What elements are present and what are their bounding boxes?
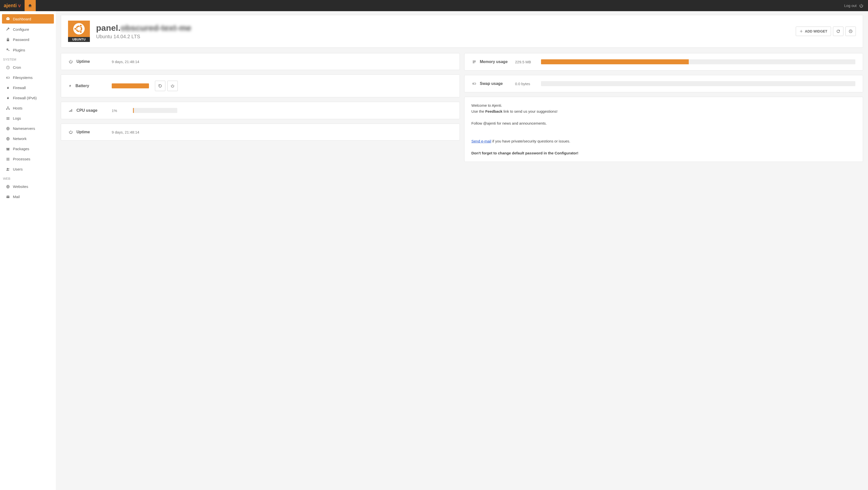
- sidebar-item-network[interactable]: Network: [2, 134, 54, 143]
- fire-icon: [5, 86, 10, 90]
- sidebar-item-logs[interactable]: Logs: [2, 114, 54, 123]
- sidebar-label: Plugins: [13, 48, 25, 52]
- sidebar-label: Dashboard: [13, 17, 31, 21]
- sidebar-label: Configure: [13, 27, 29, 32]
- svg-rect-8: [6, 117, 9, 118]
- sidebar-item-password[interactable]: Password: [2, 35, 54, 44]
- widget-swap: Swap usage 0.0 bytes: [464, 75, 863, 92]
- hostname-prefix: panel.: [96, 23, 120, 33]
- sidebar-label: Logs: [13, 116, 21, 120]
- sidebar-item-filesystems[interactable]: Filesystems: [2, 73, 54, 82]
- add-widget-label: ADD WIDGET: [805, 29, 827, 33]
- svg-rect-31: [71, 109, 72, 112]
- memory-bar: [541, 59, 689, 64]
- widget-label: CPU usage: [76, 108, 97, 113]
- sidebar-label: Processes: [13, 157, 30, 161]
- sidebar-item-firewall-ipv6[interactable]: Firewall (IPv6): [2, 93, 54, 102]
- uptime-value: 9 days, 21:48:14: [112, 60, 142, 64]
- battery-bar: [112, 84, 149, 88]
- power-icon: [68, 130, 73, 134]
- svg-point-25: [74, 28, 76, 30]
- sidebar-label: Firewall: [13, 86, 26, 90]
- memory-value: 229.5 MB: [515, 60, 535, 64]
- add-widget-button[interactable]: ADD WIDGET: [796, 27, 831, 36]
- sidebar-item-mail[interactable]: Mail: [2, 192, 54, 201]
- cpu-progress: [132, 108, 177, 113]
- welcome-line1: Welcome to Ajenti.: [471, 102, 856, 108]
- sidebar-item-websites[interactable]: Websites: [2, 182, 54, 191]
- sidebar-item-packages[interactable]: Packages: [2, 144, 54, 154]
- sidebar-label: Websites: [13, 185, 28, 189]
- sidebar-item-nameservers[interactable]: Nameservers: [2, 124, 54, 133]
- memory-progress: [541, 59, 856, 64]
- plus-icon: [800, 30, 803, 33]
- svg-point-20: [8, 168, 9, 169]
- power-icon: [68, 59, 73, 64]
- os-version: Ubuntu 14.04.2 LTS: [96, 34, 789, 39]
- os-badge: UBUNTU: [68, 21, 90, 42]
- home-button[interactable]: [25, 0, 36, 11]
- svg-rect-30: [70, 110, 71, 112]
- widget-label: Uptime: [76, 59, 90, 64]
- sidebar-section-web: WEB: [0, 175, 56, 182]
- send-email-link[interactable]: Send e-mail: [471, 139, 491, 143]
- svg-rect-10: [6, 119, 9, 120]
- cpu-tick: [133, 108, 134, 113]
- widget-uptime-2: Uptime 9 days, 21:48:14: [61, 124, 460, 140]
- clock-icon: [849, 29, 852, 33]
- svg-rect-7: [9, 109, 10, 109]
- memory-icon: [472, 60, 476, 64]
- refresh-button[interactable]: [833, 27, 843, 36]
- hostname: panel.obscured-text-me: [96, 23, 789, 33]
- svg-rect-9: [6, 118, 9, 119]
- widget-label: Battery: [75, 84, 89, 88]
- globe-icon: [5, 137, 10, 141]
- os-badge-label: UBUNTU: [68, 37, 90, 42]
- clock-icon: [5, 66, 10, 69]
- svg-rect-33: [473, 62, 476, 62]
- ubuntu-logo-icon: [68, 21, 90, 37]
- sidebar-item-configure[interactable]: Configure: [2, 25, 54, 34]
- sidebar-label: Password: [13, 37, 29, 42]
- sidebar-label: Users: [13, 167, 23, 171]
- hdd-icon: [5, 76, 10, 80]
- widget-memory: Memory usage 229.5 MB: [464, 53, 863, 70]
- logout-label: Log out: [844, 3, 857, 8]
- sidebar-label: Nameservers: [13, 126, 35, 131]
- fire-icon: [5, 96, 10, 100]
- power-icon: [170, 84, 175, 88]
- home-icon: [28, 3, 32, 8]
- list-icon: [5, 157, 10, 161]
- svg-point-19: [7, 168, 8, 169]
- history-button[interactable]: [845, 27, 856, 36]
- undo-icon: [158, 84, 162, 88]
- list-icon: [5, 117, 10, 120]
- mail-icon: [5, 195, 10, 199]
- sidebar-item-users[interactable]: Users: [2, 165, 54, 174]
- hdd-icon: [472, 81, 476, 86]
- sidebar-item-dashboard[interactable]: Dashboard: [2, 14, 54, 24]
- sidebar-item-cron[interactable]: Cron: [2, 63, 54, 72]
- battery-restart-button[interactable]: [155, 81, 165, 91]
- sidebar-item-plugins[interactable]: Plugins: [2, 45, 54, 55]
- topbar: ajenti v Log out: [0, 0, 868, 11]
- globe-icon: [5, 127, 10, 131]
- widget-label: Uptime: [76, 130, 90, 134]
- sidebar-item-processes[interactable]: Processes: [2, 154, 54, 164]
- svg-rect-16: [6, 158, 9, 158]
- widget-cpu: CPU usage 1%: [61, 102, 460, 119]
- sidebar-item-hosts[interactable]: Hosts: [2, 103, 54, 113]
- sidebar-label: Hosts: [13, 106, 22, 110]
- widget-label: Memory usage: [480, 60, 508, 64]
- logout-button[interactable]: Log out: [840, 3, 868, 8]
- svg-rect-34: [473, 63, 474, 63]
- sidebar-label: Mail: [13, 195, 20, 199]
- swap-progress: [541, 81, 856, 86]
- svg-point-26: [80, 25, 82, 27]
- battery-power-button[interactable]: [167, 81, 178, 91]
- widget-battery: Battery: [61, 74, 460, 97]
- svg-rect-6: [6, 109, 7, 109]
- sidebar-label: Network: [13, 136, 27, 141]
- sidebar-item-firewall[interactable]: Firewall: [2, 83, 54, 92]
- logo-text-a: ajenti: [4, 3, 17, 8]
